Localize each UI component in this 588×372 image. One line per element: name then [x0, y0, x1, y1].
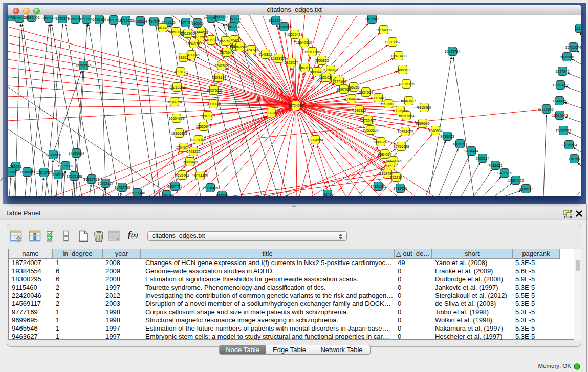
svg-text:2069140: 2069140	[41, 16, 55, 20]
svg-text:10648784: 10648784	[444, 50, 460, 53]
svg-text:20206576: 20206576	[45, 153, 61, 157]
svg-text:16154808: 16154808	[376, 28, 391, 32]
svg-text:2935114: 2935114	[476, 157, 490, 160]
svg-text:7986322: 7986322	[352, 108, 366, 112]
svg-text:8912956: 8912956	[181, 32, 194, 35]
svg-text:9777169: 9777169	[332, 80, 346, 83]
svg-text:8471626: 8471626	[497, 171, 511, 175]
svg-text:1202344: 1202344	[160, 193, 173, 196]
svg-text:391953: 391953	[8, 170, 17, 174]
svg-text:7357274: 7357274	[226, 25, 239, 29]
svg-text:8186323: 8186323	[204, 38, 218, 42]
svg-text:20364436: 20364436	[343, 97, 359, 101]
svg-text:2718170: 2718170	[173, 70, 187, 74]
svg-text:696616: 696616	[191, 21, 203, 25]
svg-text:9227342: 9227342	[555, 70, 569, 73]
svg-text:7515524: 7515524	[133, 19, 147, 23]
svg-text:8454749: 8454749	[244, 48, 258, 52]
svg-text:8813054: 8813054	[269, 19, 282, 23]
svg-text:1615112: 1615112	[384, 164, 398, 168]
svg-text:12023448: 12023448	[129, 191, 145, 195]
svg-text:12505135: 12505135	[66, 174, 82, 178]
svg-text:13535947: 13535947	[195, 125, 211, 128]
svg-text:16543382: 16543382	[186, 42, 202, 46]
svg-text:5322037: 5322037	[284, 61, 298, 64]
svg-text:18724007: 18724007	[288, 104, 303, 107]
svg-text:116753: 116753	[569, 157, 580, 161]
svg-text:15756928: 15756928	[393, 145, 409, 148]
svg-text:18807249: 18807249	[373, 140, 388, 144]
svg-text:11325419: 11325419	[287, 33, 303, 36]
svg-text:9699695: 9699695	[416, 122, 429, 125]
svg-text:18640910: 18640910	[296, 41, 312, 45]
svg-text:1546: 1546	[230, 38, 238, 42]
svg-text:12213382: 12213382	[169, 85, 185, 89]
svg-text:16099489: 16099489	[182, 160, 198, 164]
svg-text:1245: 1245	[323, 193, 332, 196]
svg-text:924506: 924506	[216, 194, 228, 196]
svg-text:1244415: 1244415	[552, 99, 566, 103]
svg-text:10782759: 10782759	[114, 186, 130, 189]
svg-text:8878342: 8878342	[191, 138, 205, 142]
svg-text:12975125: 12975125	[398, 82, 414, 86]
svg-text:1071913: 1071913	[179, 21, 192, 25]
svg-text:2330203: 2330203	[264, 111, 278, 115]
svg-text:10958117: 10958117	[98, 182, 114, 185]
svg-text:15883520: 15883520	[270, 57, 286, 60]
svg-text:5493222: 5493222	[186, 150, 200, 154]
svg-text:6794028: 6794028	[323, 68, 337, 72]
svg-text:3875645: 3875645	[220, 51, 233, 54]
svg-text:98961: 98961	[178, 56, 188, 59]
svg-text:16713155: 16713155	[118, 19, 134, 23]
svg-text:19654923: 19654923	[397, 130, 413, 134]
svg-text:6379197: 6379197	[453, 142, 467, 146]
svg-text:160338: 160338	[229, 17, 241, 21]
svg-text:20053346: 20053346	[75, 64, 91, 68]
svg-text:9463627: 9463627	[402, 99, 416, 103]
svg-text:114519: 114519	[53, 173, 64, 177]
svg-text:9242848: 9242848	[214, 64, 228, 68]
svg-text:9529966: 9529966	[560, 55, 574, 59]
svg-text:8427552: 8427552	[207, 89, 221, 92]
svg-text:2803144: 2803144	[212, 76, 226, 79]
svg-text:9474444: 9474444	[464, 149, 478, 153]
svg-text:17957823: 17957823	[83, 178, 99, 181]
svg-text:15692971: 15692971	[555, 129, 571, 133]
svg-text:14957684: 14957684	[398, 114, 414, 118]
svg-text:15716485: 15716485	[202, 186, 218, 190]
svg-text:9115460: 9115460	[418, 106, 431, 110]
svg-text:19654933: 19654933	[168, 117, 184, 120]
svg-text:11156829: 11156829	[19, 170, 35, 174]
svg-text:7485063: 7485063	[396, 68, 409, 72]
svg-text:9457771: 9457771	[168, 185, 182, 188]
svg-text:62160: 62160	[383, 102, 394, 106]
svg-text:19218506: 19218506	[276, 25, 292, 29]
svg-text:15751074: 15751074	[565, 46, 581, 49]
svg-text:8938923: 8938923	[440, 135, 454, 138]
svg-text:6497568: 6497568	[337, 87, 351, 91]
svg-text:1610757: 1610757	[167, 100, 181, 104]
svg-text:16961758: 16961758	[304, 50, 320, 54]
svg-text:1527602: 1527602	[79, 17, 93, 21]
svg-text:3215955: 3215955	[539, 107, 553, 111]
svg-text:19384554: 19384554	[307, 138, 323, 142]
svg-text:12213967: 12213967	[384, 40, 400, 44]
svg-text:10807487: 10807487	[370, 96, 386, 100]
svg-text:20691406: 20691406	[24, 16, 39, 19]
svg-text:17359924: 17359924	[68, 151, 84, 155]
svg-text:2087682: 2087682	[365, 17, 379, 21]
svg-text:8990448: 8990448	[310, 70, 323, 74]
svg-text:11123: 11123	[575, 27, 581, 30]
svg-text:19975887: 19975887	[57, 164, 73, 168]
svg-text:10688609: 10688609	[362, 128, 378, 132]
svg-text:2867608: 2867608	[233, 45, 247, 49]
svg-text:9245612: 9245612	[519, 187, 533, 191]
svg-text:1733426: 1733426	[393, 187, 407, 190]
svg-text:9146821: 9146821	[258, 53, 272, 56]
svg-text:7625402: 7625402	[175, 173, 189, 177]
svg-text:12093822: 12093822	[552, 83, 568, 87]
svg-text:252214: 252214	[390, 176, 402, 179]
svg-text:3624554: 3624554	[359, 91, 373, 94]
svg-text:1603380: 1603380	[213, 15, 227, 19]
svg-text:9584067: 9584067	[378, 152, 391, 156]
